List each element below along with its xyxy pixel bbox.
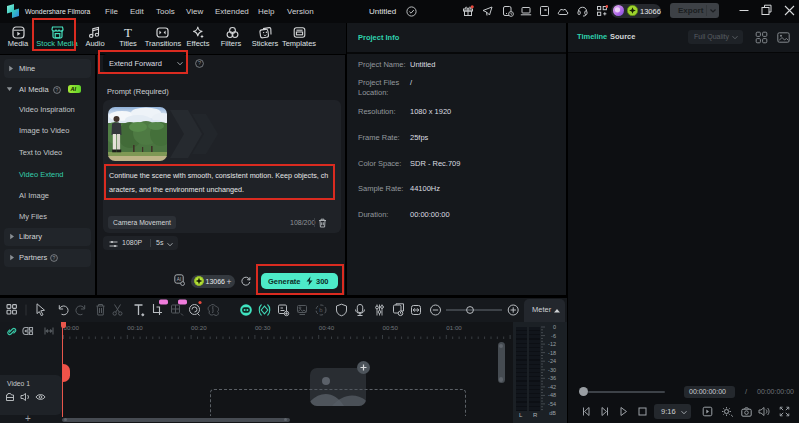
svg-text:b: b	[319, 307, 323, 313]
svg-text:?: ?	[56, 86, 59, 92]
svg-text:?: ?	[198, 60, 201, 66]
svg-text:AI: AI	[177, 277, 181, 282]
svg-text:?: ?	[53, 254, 56, 260]
